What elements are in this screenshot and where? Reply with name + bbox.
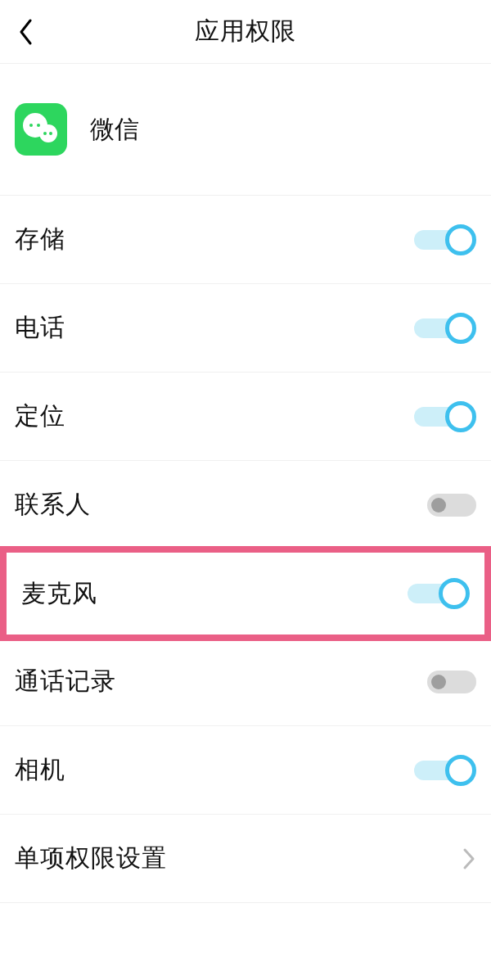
permission-label: 电话 bbox=[15, 311, 65, 345]
permission-label: 存储 bbox=[15, 223, 65, 256]
back-button[interactable] bbox=[8, 14, 44, 50]
permission-camera: 相机 bbox=[0, 726, 491, 815]
chevron-right-icon bbox=[462, 847, 476, 870]
toggle-knob bbox=[445, 224, 476, 255]
permission-label: 相机 bbox=[15, 753, 65, 787]
toggle-knob bbox=[445, 401, 476, 432]
toggle-knob bbox=[431, 675, 446, 689]
permission-label: 通话记录 bbox=[15, 665, 116, 698]
permission-storage: 存储 bbox=[0, 196, 491, 284]
permission-contacts: 联系人 bbox=[0, 461, 491, 549]
app-row: 微信 bbox=[0, 64, 491, 196]
toggle-knob bbox=[439, 578, 470, 609]
toggle-phone[interactable] bbox=[414, 312, 476, 345]
toggle-knob bbox=[445, 313, 476, 344]
permission-calllog: 通话记录 bbox=[0, 638, 491, 726]
permission-phone: 电话 bbox=[0, 284, 491, 373]
more-label: 单项权限设置 bbox=[15, 842, 167, 875]
permission-label: 定位 bbox=[15, 400, 65, 433]
toggle-storage[interactable] bbox=[414, 224, 476, 256]
toggle-knob bbox=[445, 755, 476, 786]
toggle-location[interactable] bbox=[414, 400, 476, 433]
permission-label: 联系人 bbox=[15, 488, 91, 522]
toggle-knob bbox=[431, 498, 446, 513]
wechat-icon bbox=[15, 103, 67, 156]
permission-label: 麦克风 bbox=[21, 577, 97, 611]
header: 应用权限 bbox=[0, 0, 491, 64]
app-name: 微信 bbox=[90, 113, 139, 147]
permission-location: 定位 bbox=[0, 373, 491, 461]
toggle-camera[interactable] bbox=[414, 754, 476, 787]
toggle-contacts[interactable] bbox=[414, 489, 476, 522]
page-title: 应用权限 bbox=[195, 15, 296, 48]
permission-list: 存储电话定位联系人麦克风通话记录相机 bbox=[0, 196, 491, 815]
toggle-calllog[interactable] bbox=[414, 666, 476, 698]
single-permission-settings[interactable]: 单项权限设置 bbox=[0, 815, 491, 903]
chevron-left-icon bbox=[18, 19, 34, 45]
toggle-mic[interactable] bbox=[408, 577, 470, 610]
permission-mic: 麦克风 bbox=[0, 546, 491, 641]
